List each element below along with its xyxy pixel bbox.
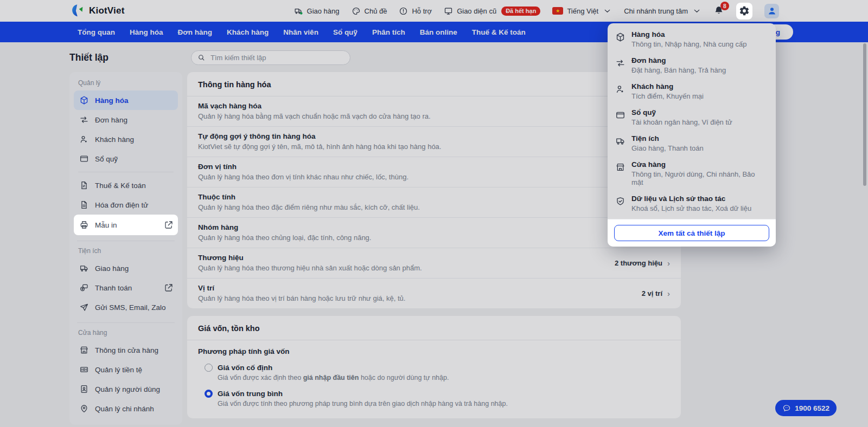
external-link-icon [164, 220, 174, 230]
dropdown-footer: Xem tất cả thiết lập [608, 219, 776, 247]
view-all-settings-button[interactable]: Xem tất cả thiết lập [614, 225, 769, 241]
settings-gear-button[interactable] [736, 3, 752, 20]
sidebar-item-printer[interactable]: Mẫu in [74, 215, 178, 235]
gear-icon [739, 5, 750, 16]
app-root: KiotViet Giao hàngChủ đềHỗ trợGiao diện … [0, 0, 868, 427]
printer-icon [79, 220, 89, 230]
sidebar-item-label: Mẫu in [95, 221, 117, 229]
dim-overlay [0, 0, 868, 427]
